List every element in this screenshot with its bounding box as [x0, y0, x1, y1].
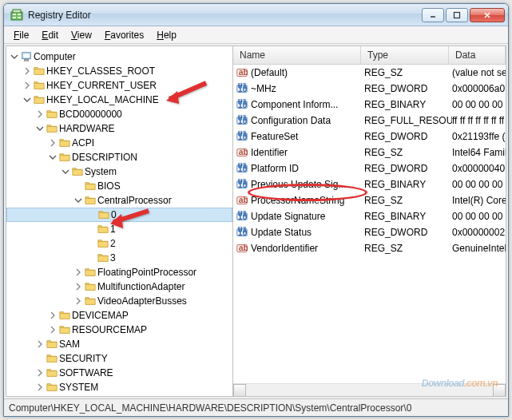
list-row[interactable]: 01101001Component Inform...REG_BINARY00 …: [233, 97, 506, 113]
column-type[interactable]: Type: [361, 46, 449, 64]
expander-icon[interactable]: [22, 95, 32, 105]
svg-text:1001: 1001: [238, 100, 248, 109]
list-row[interactable]: 01101001Configuration DataREG_FULL_RESOU…: [233, 113, 506, 129]
tree-node-hkey-current-user[interactable]: HKEY_CURRENT_USER: [6, 78, 232, 93]
tree-node-1[interactable]: 1: [6, 222, 232, 236]
expander-icon[interactable]: [35, 368, 45, 378]
menu-favorites[interactable]: Favorites: [98, 28, 150, 42]
svg-rect-5: [18, 17, 21, 18]
tree-label: SAM: [59, 339, 80, 350]
expander-icon[interactable]: [10, 52, 19, 61]
value-name: VendorIdentifier: [251, 243, 318, 254]
expander-icon[interactable]: [73, 296, 83, 306]
tree-node-hkey-local-machine[interactable]: HKEY_LOCAL_MACHINE: [6, 93, 232, 107]
tree-node-floatingpointprocessor[interactable]: FloatingPointProcessor: [6, 265, 232, 279]
tree-node-bios[interactable]: BIOS: [6, 179, 232, 193]
expander-icon[interactable]: [61, 167, 70, 176]
expander-icon[interactable]: [35, 339, 45, 349]
expander-icon[interactable]: [22, 66, 32, 76]
titlebar[interactable]: Registry Editor: [4, 4, 508, 26]
menu-edit[interactable]: Edit: [35, 28, 65, 42]
expander-icon[interactable]: [35, 124, 45, 133]
list-row[interactable]: abVendorIdentifierREG_SZGenuineIntel: [233, 240, 506, 256]
tree-node-bcd00000000[interactable]: BCD00000000: [6, 107, 232, 121]
svg-rect-4: [13, 17, 16, 18]
tree-node-sam[interactable]: SAM: [6, 337, 232, 351]
tree-label: DEVICEMAP: [72, 310, 129, 321]
menu-file[interactable]: File: [7, 28, 35, 42]
value-data: 0x21193ffe (5): [452, 131, 506, 142]
value-type: REG_SZ: [364, 195, 452, 206]
tree-label: 3: [110, 252, 116, 263]
menu-help[interactable]: Help: [150, 28, 183, 42]
svg-text:ab: ab: [239, 243, 248, 252]
tree-label: DESCRIPTION: [72, 152, 137, 163]
expander-icon[interactable]: [22, 81, 32, 90]
value-data: 00 00 00 00 11: [452, 211, 506, 222]
svg-text:ab: ab: [239, 147, 248, 157]
tree-node-hkey-classes-root[interactable]: HKEY_CLASSES_ROOT: [6, 64, 232, 78]
expander-icon[interactable]: [48, 138, 58, 148]
list-row[interactable]: 01101001Previous Update Sig...REG_BINARY…: [233, 176, 506, 192]
tree-node-system[interactable]: SYSTEM: [6, 380, 232, 394]
tree-node-resourcemap[interactable]: RESOURCEMAP: [6, 323, 232, 337]
list-row[interactable]: 01101001Update SignatureREG_BINARY00 00 …: [233, 208, 506, 224]
close-button[interactable]: [470, 8, 505, 22]
list-row[interactable]: 01101001FeatureSetREG_DWORD0x21193ffe (5…: [233, 129, 506, 145]
list-header: Name Type Data: [233, 46, 506, 65]
list-row[interactable]: 01101001Platform IDREG_DWORD0x00000040 (: [233, 160, 506, 176]
list-row[interactable]: 01101001Update StatusREG_DWORD0x00000002…: [233, 224, 506, 240]
tree-node-centralprocessor[interactable]: CentralProcessor: [6, 193, 232, 208]
tree-node-videoadapterbusses[interactable]: VideoAdapterBusses: [6, 294, 232, 308]
svg-rect-12: [24, 60, 28, 61]
tree-node-acpi[interactable]: ACPI: [6, 136, 232, 150]
tree-label: HKEY_CLASSES_ROOT: [46, 65, 155, 77]
tree-node-hardware[interactable]: HARDWARE: [6, 121, 232, 136]
list-row[interactable]: ab(Default)REG_SZ(value not set): [233, 65, 506, 81]
list-row[interactable]: abProcessorNameStringREG_SZIntel(R) Core: [233, 192, 506, 208]
tree-node-2[interactable]: 2: [6, 236, 232, 251]
value-type: REG_BINARY: [364, 211, 452, 222]
value-data: GenuineIntel: [452, 243, 506, 254]
expander-icon[interactable]: [48, 325, 58, 335]
tree-node-description[interactable]: DESCRIPTION: [6, 150, 232, 164]
list-body[interactable]: ab(Default)REG_SZ(value not set)01101001…: [233, 65, 506, 383]
tree-node-system[interactable]: System: [6, 164, 232, 179]
minimize-button[interactable]: [422, 8, 444, 22]
column-name[interactable]: Name: [233, 46, 361, 64]
expander-icon[interactable]: [35, 109, 45, 119]
value-name: ~MHz: [251, 83, 276, 94]
value-type: REG_FULL_RESOU...: [364, 115, 452, 126]
tree-label: HARDWARE: [59, 123, 115, 134]
svg-rect-3: [18, 14, 21, 15]
tree-node-security[interactable]: SECURITY: [6, 351, 232, 366]
tree-label: BIOS: [97, 180, 121, 192]
expander-icon[interactable]: [73, 282, 83, 291]
window-controls: [422, 8, 505, 22]
tree-node-devicemap[interactable]: DEVICEMAP: [6, 308, 232, 323]
value-name: Update Signature: [251, 211, 325, 222]
tree-label: HKEY_LOCAL_MACHINE: [46, 94, 159, 105]
list-row[interactable]: abIdentifierREG_SZIntel64 Family: [233, 145, 506, 160]
tree-node-software[interactable]: SOFTWARE: [6, 366, 232, 380]
expander-icon[interactable]: [35, 382, 45, 392]
app-icon: [10, 9, 23, 22]
tree-node-3[interactable]: 3: [6, 251, 232, 265]
value-data: ff ff ff ff ff ff ff: [452, 115, 506, 126]
expander-icon[interactable]: [73, 196, 83, 205]
column-data[interactable]: Data: [449, 46, 506, 64]
expander-icon[interactable]: [73, 267, 83, 277]
value-type: REG_BINARY: [364, 99, 452, 110]
menu-view[interactable]: View: [65, 28, 98, 42]
horizontal-scrollbar[interactable]: [233, 383, 506, 396]
tree-node-computer[interactable]: Computer: [6, 50, 232, 64]
tree-node-hkey-users[interactable]: HKEY_USERS: [6, 394, 232, 396]
tree-node-multifunctionadapter[interactable]: MultifunctionAdapter: [6, 279, 232, 294]
expander-icon[interactable]: [48, 311, 58, 320]
maximize-button[interactable]: [446, 8, 468, 22]
expander-icon[interactable]: [48, 153, 58, 162]
tree-pane[interactable]: ComputerHKEY_CLASSES_ROOTHKEY_CURRENT_US…: [6, 46, 233, 396]
tree-node-0[interactable]: 0: [6, 208, 232, 222]
tree-label: SYSTEM: [59, 382, 98, 393]
list-row[interactable]: 01101001~MHzREG_DWORD0x000006a0: [233, 81, 506, 97]
